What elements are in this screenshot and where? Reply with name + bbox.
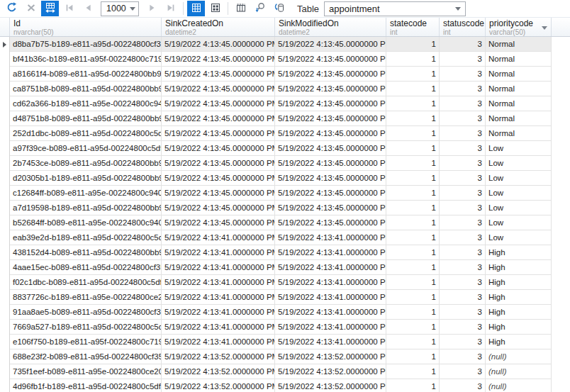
cell-id[interactable]: cd62a366-b189-e811-a95e-00224800c940: [10, 96, 162, 111]
table-row[interactable]: 688e23f2-b089-e811-a95d-00224800cf35 5/1…: [0, 349, 570, 364]
cell-sinkmodifiedon[interactable]: 5/19/2022 4:13:45.0000000 PM: [275, 52, 386, 67]
cell-statecode[interactable]: 1: [386, 141, 440, 156]
cell-id[interactable]: a97f39ce-b089-e811-a95d-00224800c5df: [10, 141, 162, 156]
prioritycode-filter-button[interactable]: [540, 25, 549, 31]
cell-statuscode[interactable]: 3: [440, 37, 486, 52]
cell-statuscode[interactable]: 3: [440, 82, 486, 96]
cell-id[interactable]: 438152d4-b089-e811-a95d-00224800bb9b: [10, 245, 162, 260]
cell-prioritycode[interactable]: High: [486, 335, 552, 349]
table-row[interactable]: 252d1dbc-b089-e811-a95d-00224800c5df 5/1…: [0, 126, 570, 141]
column-header-sinkmodifiedon[interactable]: SinkModifiedOn datetime2: [275, 18, 386, 36]
cell-statecode[interactable]: 1: [386, 379, 440, 392]
cell-sinkmodifiedon[interactable]: 5/19/2022 4:13:41.0000000 PM: [275, 260, 386, 275]
cell-prioritycode[interactable]: Low: [486, 201, 552, 215]
table-row[interactable]: a7d19598-b189-e811-a95d-00224800bb9b 5/1…: [0, 201, 570, 215]
cell-sinkmodifiedon[interactable]: 5/19/2022 4:13:45.0000000 PM: [275, 171, 386, 186]
cell-statuscode[interactable]: 3: [440, 260, 486, 275]
table-row[interactable]: f02c1dbc-b089-e811-a95d-00224800c5df 5/1…: [0, 275, 570, 290]
cell-statecode[interactable]: 1: [386, 37, 440, 52]
prev-page-button[interactable]: [79, 1, 97, 16]
cell-sinkcreatedon[interactable]: 5/19/2022 4:13:41.0000000 PM: [162, 290, 275, 305]
cell-statecode[interactable]: 1: [386, 82, 440, 96]
grid-view-button[interactable]: [187, 1, 205, 16]
cell-sinkcreatedon[interactable]: 5/19/2022 4:13:45.0000000 PM: [162, 126, 275, 141]
column-header-statecode[interactable]: statecode int: [386, 18, 440, 36]
cell-sinkcreatedon[interactable]: 5/19/2022 4:13:52.0000000 PM: [162, 349, 275, 364]
cell-sinkcreatedon[interactable]: 5/19/2022 4:13:41.0000000 PM: [162, 320, 275, 335]
table-row[interactable]: c12684ff-b089-e811-a95e-00224800c940 5/1…: [0, 186, 570, 201]
table-row[interactable]: 8837726c-b189-e811-a95e-00224800ce20 5/1…: [0, 290, 570, 305]
cell-statecode[interactable]: 1: [386, 126, 440, 141]
column-header-id[interactable]: Id nvarchar(50): [10, 18, 162, 36]
cell-sinkmodifiedon[interactable]: 5/19/2022 4:13:41.0000000 PM: [275, 230, 386, 245]
cell-sinkcreatedon[interactable]: 5/19/2022 4:13:45.0000000 PM: [162, 96, 275, 111]
cell-prioritycode[interactable]: High: [486, 305, 552, 320]
cell-statecode[interactable]: 1: [386, 215, 440, 230]
cell-statecode[interactable]: 1: [386, 275, 440, 290]
cell-id[interactable]: d8ba7b75-b189-e811-a95d-00224800cf35: [10, 37, 162, 52]
cell-sinkmodifiedon[interactable]: 5/19/2022 4:13:45.0000000 PM: [275, 82, 386, 96]
cell-sinkcreatedon[interactable]: 5/19/2022 4:13:45.0000000 PM: [162, 141, 275, 156]
cell-statuscode[interactable]: 3: [440, 186, 486, 201]
cell-prioritycode[interactable]: Low: [486, 215, 552, 230]
cell-sinkcreatedon[interactable]: 5/19/2022 4:13:45.0000000 PM: [162, 52, 275, 67]
cell-id[interactable]: c12684ff-b089-e811-a95e-00224800c940: [10, 186, 162, 201]
table-row[interactable]: eab39e2d-b189-e811-a95d-00224800c5df 5/1…: [0, 230, 570, 245]
column-chooser-button[interactable]: [232, 1, 250, 16]
cell-sinkmodifiedon[interactable]: 5/19/2022 4:13:41.0000000 PM: [275, 320, 386, 335]
cell-prioritycode[interactable]: Normal: [486, 96, 552, 111]
cell-id[interactable]: ca8751b8-b089-e811-a95d-00224800bb9b: [10, 82, 162, 96]
cell-sinkcreatedon[interactable]: 5/19/2022 4:13:45.0000000 PM: [162, 67, 275, 82]
table-row[interactable]: 4aae15ec-b089-e811-a95d-00224800cf35 5/1…: [0, 260, 570, 275]
cell-prioritycode[interactable]: Low: [486, 141, 552, 156]
cell-sinkcreatedon[interactable]: 5/19/2022 4:13:45.0000000 PM: [162, 111, 275, 126]
table-row[interactable]: a97f39ce-b089-e811-a95d-00224800c5df 5/1…: [0, 141, 570, 156]
cell-statuscode[interactable]: 3: [440, 111, 486, 126]
column-header-prioritycode[interactable]: prioritycode varchar(50): [486, 18, 552, 36]
cell-statecode[interactable]: 1: [386, 52, 440, 67]
table-row[interactable]: 7669a527-b189-e811-a95d-00224800c5df 5/1…: [0, 320, 570, 335]
cell-id[interactable]: b52684ff-b089-e811-a95e-00224800c940: [10, 215, 162, 230]
cell-sinkmodifiedon[interactable]: 5/19/2022 4:13:45.0000000 PM: [275, 37, 386, 52]
cell-id[interactable]: 91aa8ae5-b089-e811-a95d-00224800cf35: [10, 305, 162, 320]
cell-statuscode[interactable]: 3: [440, 335, 486, 349]
table-row[interactable]: cd62a366-b189-e811-a95e-00224800c940 5/1…: [0, 96, 570, 111]
cell-sinkcreatedon[interactable]: 5/19/2022 4:13:45.0000000 PM: [162, 171, 275, 186]
cell-sinkmodifiedon[interactable]: 5/19/2022 4:13:41.0000000 PM: [275, 305, 386, 320]
table-row[interactable]: d20305b1-b189-e811-a95d-00224800bb9b 5/1…: [0, 171, 570, 186]
cell-statecode[interactable]: 1: [386, 245, 440, 260]
cell-prioritycode[interactable]: Normal: [486, 67, 552, 82]
cell-sinkcreatedon[interactable]: 5/19/2022 4:13:45.0000000 PM: [162, 201, 275, 215]
cell-statuscode[interactable]: 3: [440, 245, 486, 260]
cell-statuscode[interactable]: 3: [440, 96, 486, 111]
cell-id[interactable]: bf41b36c-b189-e811-a95f-00224800c719: [10, 52, 162, 67]
table-row[interactable]: a81661f4-b089-e811-a95d-00224800bb9b 5/1…: [0, 67, 570, 82]
cell-statecode[interactable]: 1: [386, 335, 440, 349]
fit-columns-button[interactable]: [41, 1, 59, 16]
cell-sinkmodifiedon[interactable]: 5/19/2022 4:13:45.0000000 PM: [275, 141, 386, 156]
cell-sinkmodifiedon[interactable]: 5/19/2022 4:13:45.0000000 PM: [275, 126, 386, 141]
cell-statuscode[interactable]: 3: [440, 349, 486, 364]
cell-statuscode[interactable]: 3: [440, 126, 486, 141]
cell-sinkmodifiedon[interactable]: 5/19/2022 4:13:45.0000000 PM: [275, 67, 386, 82]
cell-sinkmodifiedon[interactable]: 5/19/2022 4:13:45.0000000 PM: [275, 111, 386, 126]
table-row[interactable]: 735f1eef-b089-e811-a95e-00224800ce20 5/1…: [0, 364, 570, 379]
table-select-combo[interactable]: appointment: [324, 1, 466, 16]
table-row[interactable]: 2b7453ce-b089-e811-a95d-00224800bb9b 5/1…: [0, 156, 570, 171]
table-row[interactable]: ca8751b8-b089-e811-a95d-00224800bb9b 5/1…: [0, 82, 570, 96]
cell-prioritycode[interactable]: Normal: [486, 52, 552, 67]
cell-id[interactable]: 8837726c-b189-e811-a95e-00224800ce20: [10, 290, 162, 305]
cell-statecode[interactable]: 1: [386, 305, 440, 320]
cell-statuscode[interactable]: 3: [440, 305, 486, 320]
cell-sinkcreatedon[interactable]: 5/19/2022 4:13:45.0000000 PM: [162, 156, 275, 171]
cell-id[interactable]: d48751b8-b089-e811-a95d-00224800bb9b: [10, 111, 162, 126]
cell-prioritycode[interactable]: (null): [486, 364, 552, 379]
last-page-button[interactable]: [162, 1, 179, 16]
cell-statecode[interactable]: 1: [386, 260, 440, 275]
table-row[interactable]: e106f750-b189-e811-a95f-00224800c719 5/1…: [0, 335, 570, 349]
cell-sinkcreatedon[interactable]: 5/19/2022 4:13:41.0000000 PM: [162, 230, 275, 245]
cell-prioritycode[interactable]: (null): [486, 349, 552, 364]
cell-sinkmodifiedon[interactable]: 5/19/2022 4:13:52.0000000 PM: [275, 379, 386, 392]
table-row[interactable]: 4d96fb1f-b189-e811-a95d-00224800c5df 5/1…: [0, 379, 570, 392]
cell-prioritycode[interactable]: Low: [486, 171, 552, 186]
